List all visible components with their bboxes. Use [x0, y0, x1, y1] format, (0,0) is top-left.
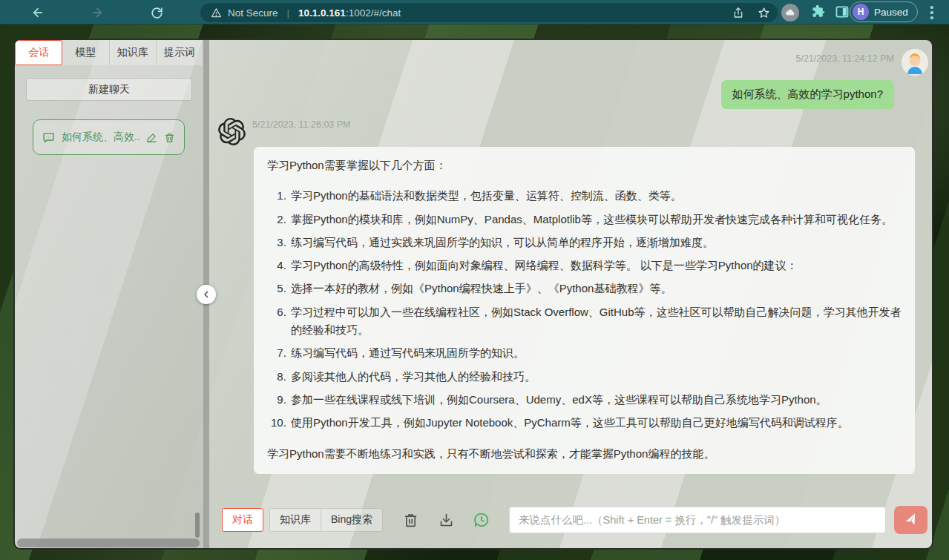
- assistant-outro: 学习Python需要不断地练习和实践，只有不断地尝试和探索，才能掌握Python…: [267, 445, 902, 463]
- address-bar[interactable]: Not Secure | 10.1.0.161:1002/#/chat: [200, 3, 778, 22]
- assistant-list-item: 学习Python的高级特性，例如面向对象编程、网络编程、数据科学等。 以下是一些…: [289, 257, 902, 274]
- assistant-list-item: 学习Python的基础语法和数据类型，包括变量、运算符、控制流、函数、类等。: [289, 187, 902, 205]
- browser-menu-icon[interactable]: •••: [928, 4, 936, 20]
- tab-conversations[interactable]: 会话: [15, 40, 62, 65]
- assistant-list-item: 选择一本好的教材，例如《Python编程快速上手》、《Python基础教程》等。: [289, 280, 902, 297]
- sidebar-vertical-scrollbar[interactable]: [195, 513, 200, 538]
- address-separator: |: [287, 7, 290, 19]
- assistant-list-item: 练习编写代码，通过实践来巩固所学的知识，可以从简单的程序开始，逐渐增加难度。: [289, 234, 902, 251]
- chevron-left-icon: [202, 290, 211, 299]
- conversation-title[interactable]: 如何系统、高效...: [62, 131, 139, 144]
- side-panel-icon[interactable]: [835, 4, 850, 22]
- browser-forward-icon[interactable]: [88, 3, 107, 22]
- tab-prompts[interactable]: 提示词: [157, 40, 203, 65]
- assistant-intro: 学习Python需要掌握以下几个方面：: [267, 157, 902, 174]
- mode-chat-button[interactable]: 对话: [222, 508, 263, 532]
- tab-models[interactable]: 模型: [62, 40, 109, 65]
- user-message-bubble[interactable]: 如何系统、高效的学习python?: [721, 80, 894, 109]
- user-avatar: [902, 49, 928, 76]
- assistant-message: 5/21/2023, 11:26:03 PM 学习Python需要掌握以下几个方…: [218, 118, 923, 474]
- mode-bing-search-button[interactable]: Bing搜索: [321, 508, 383, 532]
- url-path[interactable]: :1002/#/chat: [346, 7, 401, 19]
- send-button[interactable]: [894, 506, 927, 534]
- mode-knowledge-base-button[interactable]: 知识库: [269, 508, 321, 532]
- sidebar-collapse-button[interactable]: [197, 285, 216, 304]
- cloud-extension-icon[interactable]: [781, 4, 799, 22]
- user-message-timestamp: 5/21/2023, 11:24:12 PM: [795, 53, 894, 64]
- assistant-list-item: 使用Python开发工具，例如Jupyter Notebook、PyCharm等…: [289, 414, 902, 432]
- conversation-list-item[interactable]: 如何系统、高效...: [33, 119, 185, 155]
- extensions-puzzle-icon[interactable]: [811, 4, 826, 22]
- share-icon[interactable]: [732, 7, 744, 19]
- edit-pencil-icon[interactable]: [146, 132, 157, 143]
- profile-avatar: H: [853, 4, 869, 20]
- bookmark-star-icon[interactable]: [758, 7, 770, 19]
- message-input[interactable]: [509, 507, 886, 533]
- assistant-message-timestamp: 5/21/2023, 11:26:03 PM: [252, 119, 351, 130]
- browser-toolbar: Not Secure | 10.1.0.161:1002/#/chat H Pa…: [0, 0, 949, 24]
- tab-knowledge-base[interactable]: 知识库: [110, 40, 157, 65]
- not-secure-warning-icon: [211, 7, 222, 19]
- url-host[interactable]: 10.1.0.161: [298, 7, 346, 19]
- page-background: 会话 模型 知识库 提示词 新建聊天 如何系统、高效...: [0, 24, 949, 560]
- assistant-list-item: 练习编写代码，通过写代码来巩固所学的知识。: [289, 344, 902, 362]
- new-chat-button[interactable]: 新建聊天: [26, 78, 192, 101]
- assistant-list-item: 多阅读其他人的代码，学习其他人的经验和技巧。: [289, 368, 902, 386]
- paper-plane-icon: [902, 510, 920, 529]
- chat-footer: 对话 知识库 Bing搜索: [222, 507, 927, 533]
- delete-trash-icon[interactable]: [164, 132, 175, 143]
- browser-back-icon[interactable]: [28, 3, 47, 22]
- assistant-list: 学习Python的基础语法和数据类型，包括变量、运算符、控制流、函数、类等。掌握…: [267, 187, 902, 432]
- assistant-message-bubble[interactable]: 学习Python需要掌握以下几个方面： 学习Python的基础语法和数据类型，包…: [254, 147, 915, 474]
- export-download-icon[interactable]: [438, 512, 454, 528]
- chat-main-area: 5/21/2023, 11:24:12 PM 如何系统、高效的学习python?: [209, 40, 933, 548]
- sidebar: 会话 模型 知识库 提示词 新建聊天 如何系统、高效...: [15, 40, 203, 548]
- history-clock-icon[interactable]: [473, 512, 490, 528]
- security-label[interactable]: Not Secure: [228, 7, 278, 19]
- clear-trash-icon[interactable]: [402, 512, 418, 528]
- browser-profile-pill[interactable]: H Paused: [850, 1, 918, 22]
- sidebar-horizontal-scrollbar[interactable]: [17, 538, 200, 547]
- browser-reload-icon[interactable]: [147, 3, 166, 22]
- assistant-list-item: 学习过程中可以加入一些在线编程社区，例如Stack Overflow、GitHu…: [289, 303, 902, 340]
- sidebar-tabs: 会话 模型 知识库 提示词: [15, 40, 203, 65]
- assistant-list-item: 掌握Python的模块和库，例如NumPy、Pandas、Matplotlib等…: [289, 211, 902, 228]
- paused-label: Paused: [874, 7, 908, 18]
- chat-app-window: 会话 模型 知识库 提示词 新建聊天 如何系统、高效...: [13, 39, 933, 550]
- openai-logo-icon: [218, 118, 246, 145]
- user-message: 5/21/2023, 11:24:12 PM 如何系统、高效的学习python?: [721, 49, 928, 109]
- assistant-list-item: 参加一些在线课程或线下培训，例如Coursera、Udemy、edX等，这些课程…: [289, 391, 902, 409]
- chat-bubble-icon: [42, 131, 55, 144]
